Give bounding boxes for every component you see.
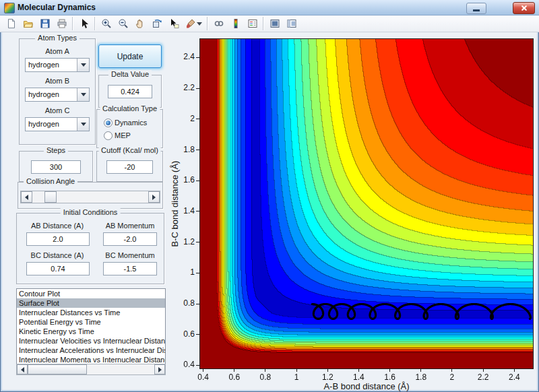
open-file-button[interactable] <box>20 15 36 32</box>
steps-input[interactable] <box>31 160 81 174</box>
update-button[interactable]: Update <box>98 44 162 68</box>
x-tick-mark <box>389 368 390 372</box>
list-item[interactable]: Internuclear Accelerations vs Internucle… <box>17 346 165 355</box>
edit-plot-button[interactable] <box>75 15 92 32</box>
list-item[interactable]: Potential Energy vs Time <box>17 317 165 327</box>
bc-momentum-input[interactable] <box>103 262 157 275</box>
x-tick-label: 2 <box>439 372 466 382</box>
ab-momentum-input[interactable] <box>103 232 157 246</box>
data-cursor-icon <box>168 18 179 29</box>
atom-b-select[interactable]: hydrogen <box>25 88 90 102</box>
x-tick-mark <box>327 368 328 372</box>
zoom-in-icon <box>101 18 112 29</box>
toolbar-separator <box>94 17 96 30</box>
panel-title: Steps <box>44 146 68 154</box>
window-title: Molecular Dynamics <box>18 3 96 12</box>
save-figure-button[interactable] <box>36 15 53 32</box>
data-cursor-button[interactable] <box>165 15 182 32</box>
minimize-button[interactable] <box>466 3 486 14</box>
atom-c-select[interactable]: hydrogen <box>25 117 90 131</box>
hide-plot-tools-button[interactable] <box>266 15 283 32</box>
slider-left-arrow[interactable] <box>21 191 32 203</box>
zoom-in-button[interactable] <box>98 15 115 32</box>
panel-title: Collision Angle <box>24 177 77 185</box>
list-item[interactable]: Internuclear Velocities vs Internuclear … <box>17 336 165 346</box>
y-tick-mark <box>196 150 199 150</box>
hscroll-thumb[interactable] <box>28 364 87 374</box>
x-tick-label: 2.4 <box>501 372 528 382</box>
legend-icon <box>247 18 258 29</box>
insert-colorbar-button[interactable] <box>227 15 244 32</box>
x-tick-mark <box>514 368 515 372</box>
bc-distance-label: BC Distance (A) <box>17 251 98 259</box>
radio-dynamics-label: Dynamics <box>115 119 147 127</box>
collision-angle-panel: Collision Angle <box>18 182 163 209</box>
atom-c-value: hydrogen <box>28 118 59 131</box>
atom-c-label: Atom C <box>20 106 95 115</box>
bc-momentum-label: BC Momentum <box>98 251 162 259</box>
hscroll-right-arrow[interactable] <box>154 364 165 374</box>
y-tick-label: 0.4 <box>172 360 195 369</box>
y-tick-mark <box>196 119 199 119</box>
close-button[interactable] <box>513 2 535 14</box>
minimize-icon <box>473 9 480 11</box>
radio-dynamics[interactable] <box>104 119 113 127</box>
close-icon <box>521 5 528 11</box>
figure-toolbar <box>0 15 539 32</box>
app-icon <box>4 3 15 13</box>
rotate-3d-button[interactable] <box>148 15 165 32</box>
collision-angle-slider[interactable] <box>20 191 160 203</box>
chevron-down-icon[interactable] <box>77 59 89 71</box>
colorbar-icon <box>230 18 241 29</box>
hscroll-left-arrow[interactable] <box>17 364 28 374</box>
show-plot-tools-button[interactable] <box>283 15 300 32</box>
print-figure-button[interactable] <box>53 15 70 32</box>
cursor-arrow-icon <box>79 18 90 29</box>
zoom-out-button[interactable] <box>115 15 131 32</box>
cutoff-input[interactable] <box>106 160 153 174</box>
list-item[interactable]: Kinetic Energy vs Time <box>17 327 165 336</box>
contour-plot: A-B bond distance (Å) B-C bond distance … <box>199 38 534 369</box>
link-plot-button[interactable] <box>210 15 227 32</box>
panel-title: Delta Value <box>108 70 152 78</box>
x-axis-label: A-B bond distance (Å) <box>200 381 533 391</box>
insert-legend-button[interactable] <box>244 15 261 32</box>
atom-a-value: hydrogen <box>28 59 59 71</box>
list-item[interactable]: Surface Plot <box>17 298 165 308</box>
chevron-down-icon[interactable] <box>197 22 202 26</box>
radio-mep[interactable] <box>104 131 113 140</box>
listbox-hscrollbar[interactable] <box>16 364 166 375</box>
new-figure-button[interactable] <box>3 15 20 32</box>
panel-title: Initial Conditions <box>61 208 121 216</box>
toolbar-separator <box>207 17 208 30</box>
y-tick-mark <box>196 88 199 89</box>
x-tick-label: 1.4 <box>345 372 372 382</box>
calculation-type-panel: Calculation Type Dynamics MEP <box>96 109 163 148</box>
atom-a-select[interactable]: hydrogen <box>25 58 90 72</box>
plot-canvas[interactable] <box>200 39 533 368</box>
plot-type-listbox[interactable]: Contour PlotSurface PlotInternuclear Dis… <box>16 288 166 375</box>
printer-icon <box>57 18 67 29</box>
collision-angle-slider-thumb[interactable] <box>44 191 57 203</box>
save-icon <box>40 18 51 29</box>
ab-distance-input[interactable] <box>26 232 90 246</box>
x-tick-label: 0.8 <box>252 372 279 382</box>
list-item[interactable]: Internuclear Momenta vs Internuclear Dis… <box>17 355 165 364</box>
slider-right-arrow[interactable] <box>148 191 160 203</box>
chevron-down-icon[interactable] <box>77 88 89 101</box>
chevron-down-icon[interactable] <box>77 118 89 131</box>
delta-value-input[interactable] <box>108 85 152 98</box>
x-tick-mark <box>265 368 265 372</box>
rotate-3d-icon <box>152 18 162 29</box>
x-tick-label: 1 <box>283 372 310 382</box>
x-tick-label: 0.4 <box>190 372 217 382</box>
x-tick-label: 2.2 <box>470 372 497 382</box>
list-item[interactable]: Contour Plot <box>17 289 165 298</box>
brush-data-button[interactable] <box>182 15 205 32</box>
list-item[interactable]: Internuclear Distances vs Time <box>17 308 165 317</box>
titlebar[interactable]: Molecular Dynamics <box>0 0 539 15</box>
pan-button[interactable] <box>131 15 148 32</box>
app-window: Molecular Dynamics Atom Types Atom A hyd… <box>0 0 539 392</box>
link-icon <box>214 18 224 29</box>
bc-distance-input[interactable] <box>26 262 90 275</box>
